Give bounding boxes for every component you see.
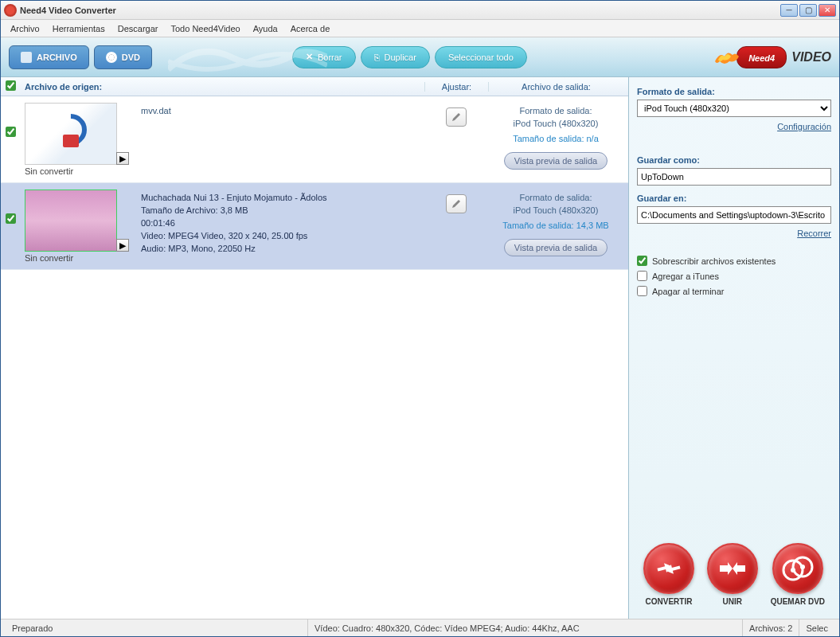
itunes-checkbox[interactable]	[637, 271, 647, 281]
play-button[interactable]: ▶	[116, 239, 129, 252]
output-format-label: Formato de salida:	[488, 191, 623, 204]
select-all-label: Seleccionar todo	[448, 53, 514, 62]
menu-ayuda[interactable]: Ayuda	[247, 22, 284, 35]
save-in-input[interactable]	[637, 206, 831, 224]
itunes-option[interactable]: Agregar a iTunes	[637, 271, 831, 281]
convert-icon	[654, 559, 683, 578]
disc-icon	[106, 52, 117, 63]
status-files: Archivos: 2	[743, 619, 799, 636]
select-all-checkbox[interactable]	[6, 80, 16, 91]
menu-acerca[interactable]: Acerca de	[284, 22, 337, 35]
config-link[interactable]: Configuración	[777, 122, 831, 131]
decorative-swirl	[168, 37, 327, 77]
disc-icon	[782, 556, 814, 581]
window-title: Need4 Video Converter	[20, 6, 780, 15]
overwrite-label: Sobrescribir archivos existentes	[652, 256, 776, 266]
menubar: Archivo Herramientas Descargar Todo Need…	[1, 20, 839, 37]
format-label: Formato de salida:	[637, 87, 831, 96]
archivo-label: ARCHIVO	[37, 53, 77, 62]
status-selec: Selec	[799, 619, 834, 636]
output-size: Tamaño de salida: 14,3 MB	[488, 218, 623, 233]
save-in-label: Guardar en:	[637, 193, 831, 203]
video-info: Video: MPEG4 Video, 320 x 240, 25.00 fps	[141, 229, 424, 242]
menu-archivo[interactable]: Archivo	[4, 22, 46, 35]
burn-dvd-button[interactable]: QUEMAR DVD	[771, 543, 825, 606]
output-format-label: Formato de salida:	[488, 104, 623, 117]
need4-logo: Need4	[736, 46, 787, 68]
output-size: Tamaño de salida: n/a	[488, 131, 623, 146]
play-button[interactable]: ▶	[116, 152, 129, 165]
flame-icon	[713, 45, 739, 68]
shutdown-option[interactable]: Apagar al terminar	[637, 286, 831, 296]
thumbnail: ▶	[25, 103, 117, 165]
join-icon	[718, 561, 747, 576]
options-panel: Formato de salida: iPod Touch (480x320) …	[629, 77, 839, 619]
file-row[interactable]: ▶ Sin convertir mvv.dat Formato de salid…	[1, 96, 628, 183]
row-checkbox[interactable]	[6, 127, 16, 137]
duration: 00:01:46	[141, 217, 424, 229]
thumbnail: ▶	[25, 190, 117, 252]
pencil-icon	[451, 198, 462, 209]
close-button[interactable]: ✕	[819, 4, 836, 17]
minimize-button[interactable]: ─	[780, 4, 798, 17]
toolbar: ARCHIVO DVD ✕Borrar ⎘Duplicar Selecciona…	[1, 37, 839, 77]
browse-link[interactable]: Recorrer	[797, 229, 831, 238]
join-label: UNIR	[723, 597, 742, 606]
adjust-button[interactable]	[446, 194, 467, 213]
file-icon	[21, 52, 32, 63]
svg-point-3	[800, 565, 805, 569]
conversion-status: Sin convertir	[25, 166, 128, 176]
file-row[interactable]: ▶ Sin convertir Muchachada Nui 13 - Enju…	[1, 183, 628, 270]
preview-button[interactable]: Vista previa de salida	[504, 152, 608, 170]
shutdown-checkbox[interactable]	[637, 286, 647, 296]
maximize-button[interactable]: ▢	[799, 4, 817, 17]
status-video: Vídeo: Cuadro: 480x320, Códec: Vídeo MPE…	[308, 619, 743, 636]
file-list: ▶ Sin convertir mvv.dat Formato de salid…	[1, 96, 628, 619]
header-output: Archivo de salida:	[488, 82, 623, 92]
join-button[interactable]: UNIR	[707, 543, 758, 606]
statusbar: Preparado Vídeo: Cuadro: 480x320, Códec:…	[1, 619, 839, 636]
adjust-button[interactable]	[446, 107, 467, 127]
row-checkbox[interactable]	[6, 213, 16, 224]
header-source: Archivo de origen:	[25, 82, 424, 92]
format-select[interactable]: iPod Touch (480x320)	[637, 100, 831, 117]
archivo-button[interactable]: ARCHIVO	[9, 45, 89, 69]
shutdown-label: Apagar al terminar	[652, 287, 725, 296]
output-format: iPod Touch (480x320)	[488, 204, 623, 217]
titlebar: Need4 Video Converter ─ ▢ ✕	[1, 1, 839, 20]
menu-herramientas[interactable]: Herramientas	[46, 22, 111, 35]
burn-label: QUEMAR DVD	[771, 597, 825, 606]
menu-descargar[interactable]: Descargar	[111, 22, 165, 35]
conversion-status: Sin convertir	[25, 253, 128, 263]
save-as-label: Guardar como:	[637, 155, 831, 165]
select-all-button[interactable]: Seleccionar todo	[435, 46, 527, 68]
itunes-label: Agregar a iTunes	[652, 272, 719, 281]
app-icon	[4, 4, 17, 17]
file-list-panel: Archivo de origen: Ajustar: Archivo de s…	[1, 77, 629, 619]
pencil-icon	[451, 111, 462, 123]
list-header: Archivo de origen: Ajustar: Archivo de s…	[1, 77, 628, 96]
filesize: Tamaño de Archivo: 3,8 MB	[141, 204, 424, 217]
duplicar-button[interactable]: ⎘Duplicar	[361, 46, 430, 68]
duplicar-label: Duplicar	[385, 53, 416, 62]
header-adjust: Ajustar:	[424, 82, 488, 92]
audio-info: Audio: MP3, Mono, 22050 Hz	[141, 242, 424, 255]
logo-text-1: Need4	[748, 53, 775, 63]
output-format: iPod Touch (480x320)	[488, 117, 623, 130]
convert-button[interactable]: CONVERTIR	[643, 543, 694, 606]
overwrite-option[interactable]: Sobrescribir archivos existentes	[637, 256, 831, 266]
filename: mvv.dat	[141, 104, 424, 117]
status-ready: Preparado	[6, 619, 308, 636]
dvd-label: DVD	[122, 53, 140, 62]
preview-button[interactable]: Vista previa de salida	[504, 239, 608, 256]
convert-label: CONVERTIR	[645, 597, 692, 606]
logo-text-2: VIDEO	[791, 50, 831, 64]
filename: Muchachada Nui 13 - Enjuto Mojamuto - Ã­…	[141, 191, 424, 204]
save-as-input[interactable]	[637, 168, 831, 186]
logo-area: Need4 VIDEO	[736, 46, 831, 68]
dvd-button[interactable]: DVD	[94, 45, 152, 69]
menu-todo-need4video[interactable]: Todo Need4Video	[164, 22, 246, 35]
copy-icon: ⎘	[374, 53, 380, 62]
overwrite-checkbox[interactable]	[637, 256, 647, 266]
